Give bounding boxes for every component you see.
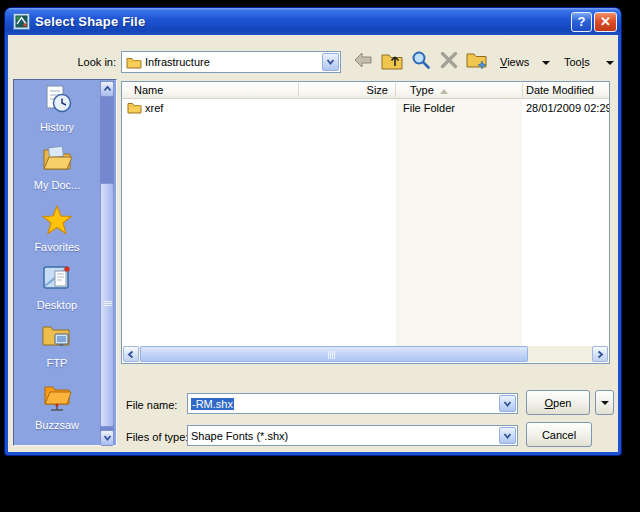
places-item-buzzsaw[interactable]: Buzzsaw — [15, 382, 99, 431]
sort-ascending-icon — [440, 89, 448, 94]
select-shape-file-dialog: Select Shape File ? ✕ Look in: Infrastru… — [5, 8, 621, 455]
tools-post: s — [584, 56, 590, 68]
views-chevron-icon[interactable] — [542, 61, 550, 65]
scrollbar-grip — [328, 351, 335, 359]
files-of-type-combobox[interactable]: Shape Fonts (*.shx) — [187, 425, 518, 446]
column-header-date-modified[interactable]: Date Modified — [526, 84, 594, 96]
favorites-icon — [40, 204, 74, 238]
up-one-level-button[interactable] — [379, 49, 405, 73]
look-in-value: Infrastructure — [142, 56, 321, 68]
places-scroll-down-button[interactable] — [100, 430, 114, 446]
open-accel: O — [545, 397, 554, 409]
chevron-down-icon — [601, 401, 609, 405]
places-item-desktop[interactable]: Desktop — [15, 262, 99, 311]
file-name-dropdown-button[interactable] — [499, 395, 516, 412]
places-item-my-documents[interactable]: My Doc... — [15, 142, 99, 191]
file-date-cell: 28/01/2009 02:29 — [526, 102, 610, 114]
places-item-history[interactable]: History — [15, 84, 99, 133]
delete-button[interactable] — [436, 49, 462, 73]
column-separator[interactable] — [522, 83, 523, 97]
places-scrollbar-thumb[interactable] — [100, 183, 114, 427]
up-one-level-icon — [381, 51, 403, 72]
file-name-cell: xref — [145, 102, 163, 114]
ftp-icon — [40, 320, 74, 354]
dialog-body: Look in: Infrastructure — [8, 35, 618, 452]
desktop-icon — [40, 262, 74, 296]
scroll-right-button[interactable] — [592, 346, 608, 362]
open-rest: pen — [553, 397, 571, 409]
title-bar[interactable]: Select Shape File ? ✕ — [5, 8, 621, 35]
places-item-label: Desktop — [37, 299, 77, 311]
back-icon — [353, 51, 374, 71]
places-item-favorites[interactable]: Favorites — [15, 204, 99, 253]
close-button[interactable]: ✕ — [594, 12, 617, 32]
files-of-type-value: Shape Fonts (*.shx) — [188, 430, 498, 442]
horizontal-scrollbar[interactable] — [123, 346, 608, 362]
places-scrollbar[interactable] — [100, 81, 114, 444]
places-item-label: Favorites — [34, 241, 79, 253]
file-list-header: Name Size Type Date Modified — [122, 82, 609, 99]
column-separator[interactable] — [395, 83, 396, 97]
open-button[interactable]: Open — [526, 390, 590, 415]
my-documents-icon — [40, 142, 74, 176]
places-item-ftp[interactable]: FTP — [15, 320, 99, 369]
buzzsaw-icon — [40, 382, 74, 416]
places-item-label: Buzzsaw — [35, 419, 79, 431]
scroll-left-button[interactable] — [123, 346, 139, 362]
search-icon — [411, 50, 431, 72]
look-in-combobox[interactable]: Infrastructure — [121, 51, 341, 73]
selected-text: -RM.shx — [191, 398, 234, 410]
tools-pre: Too — [564, 56, 582, 68]
scrollbar-grip — [104, 301, 112, 307]
places-item-label: History — [40, 121, 74, 133]
file-type-cell: File Folder — [403, 102, 455, 114]
horizontal-scrollbar-thumb[interactable] — [140, 346, 528, 362]
new-folder-icon — [466, 50, 488, 72]
back-button[interactable] — [350, 49, 376, 73]
views-rest: iews — [507, 56, 529, 68]
file-row-xref[interactable]: xref File Folder 28/01/2009 02:29 — [122, 101, 609, 117]
search-button[interactable] — [408, 49, 434, 73]
places-scroll-up-button[interactable] — [100, 81, 114, 97]
delete-icon — [440, 51, 458, 71]
history-icon — [40, 84, 74, 118]
tools-menu[interactable]: Tools — [564, 56, 590, 68]
help-button[interactable]: ? — [571, 12, 592, 32]
file-name-value[interactable]: -RM.shx — [188, 398, 498, 410]
column-header-size[interactable]: Size — [300, 84, 388, 96]
tools-chevron-icon[interactable] — [606, 61, 614, 65]
column-header-name[interactable]: Name — [134, 84, 163, 96]
look-in-label: Look in: — [36, 56, 116, 68]
places-bar: History My Doc... — [13, 79, 117, 446]
cancel-button[interactable]: Cancel — [526, 422, 592, 447]
window-title: Select Shape File — [35, 14, 569, 29]
sorted-column-shade — [396, 99, 522, 347]
file-name-label: File name: — [126, 399, 177, 411]
column-header-type[interactable]: Type — [410, 84, 434, 96]
file-list: Name Size Type Date Modified — [121, 81, 610, 364]
column-separator[interactable] — [298, 83, 299, 97]
files-of-type-dropdown-button[interactable] — [499, 427, 516, 444]
places-item-label: FTP — [47, 357, 68, 369]
folder-icon — [127, 101, 142, 116]
open-options-button[interactable] — [595, 390, 614, 415]
screen-background: Select Shape File ? ✕ Look in: Infrastru… — [0, 0, 640, 512]
views-menu[interactable]: Views — [500, 56, 529, 68]
look-in-dropdown-button[interactable] — [322, 53, 339, 71]
files-of-type-label: Files of type: — [126, 431, 188, 443]
folder-icon — [126, 56, 142, 69]
file-name-combobox[interactable]: -RM.shx — [187, 393, 518, 414]
cancel-label: Cancel — [542, 429, 576, 441]
autocad-app-icon — [13, 13, 30, 30]
new-folder-button[interactable] — [464, 49, 490, 73]
places-item-label: My Doc... — [34, 179, 80, 191]
